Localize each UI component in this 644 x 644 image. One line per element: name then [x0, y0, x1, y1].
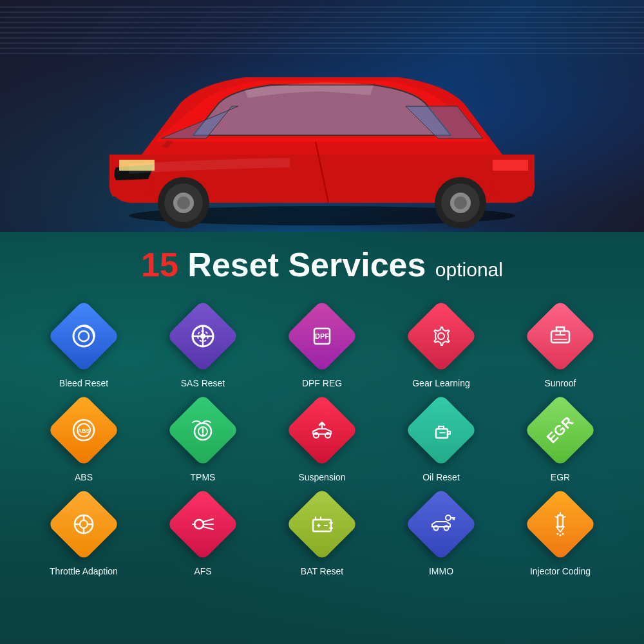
service-item-afs[interactable]: AFS [145, 489, 261, 576]
abs-icon: ABS [64, 411, 103, 450]
service-item-abs[interactable]: ABS ABS [26, 395, 142, 482]
diamond-oil-reset [404, 394, 477, 467]
service-item-dpf-reg[interactable]: DPF DPF REG [264, 301, 380, 388]
svg-point-60 [562, 533, 564, 535]
svg-point-12 [79, 331, 89, 341]
diamond-bleed-reset [47, 300, 120, 373]
service-label-suspension: Suspension [298, 472, 345, 482]
diamond-wrapper-egr: EGR [525, 395, 596, 466]
svg-text:ABS: ABS [77, 428, 90, 434]
page-wrapper: 15 Reset Services optional [0, 0, 644, 644]
brake-icon [64, 317, 103, 355]
title-optional: optional [435, 259, 503, 280]
car-section [0, 0, 644, 232]
diamond-throttle-adaption [47, 488, 120, 561]
diamond-wrapper-bat-reset [287, 489, 357, 560]
service-item-bat-reset[interactable]: BAT Reset [264, 489, 380, 576]
diamond-wrapper-tpms [167, 395, 238, 466]
service-label-abs: ABS [75, 472, 93, 482]
svg-rect-30 [436, 429, 448, 438]
service-label-egr: EGR [551, 472, 570, 482]
diamond-wrapper-injector-coding [525, 489, 596, 560]
title-number: 15 [141, 246, 178, 283]
diamond-wrapper-immo [406, 489, 477, 560]
svg-point-59 [560, 535, 562, 536]
gear-icon [422, 317, 460, 355]
svg-rect-43 [313, 520, 331, 531]
service-label-gear-learning: Gear Learning [412, 378, 470, 388]
service-label-afs: AFS [194, 566, 211, 576]
svg-text:DPF: DPF [315, 332, 329, 340]
egr-text: EGR [544, 413, 577, 447]
service-label-oil-reset: Oil Reset [422, 472, 460, 482]
diamond-sunroof [524, 300, 596, 373]
svg-rect-57 [558, 515, 563, 527]
immo-icon [422, 505, 460, 544]
diamond-dpf-reg: DPF [285, 300, 358, 373]
service-item-sas-reset[interactable]: SAS Reset [145, 301, 261, 388]
service-item-injector-coding[interactable]: Injector Coding [502, 489, 618, 576]
diamond-abs: ABS [47, 394, 120, 467]
battery-icon [303, 505, 341, 544]
svg-point-58 [557, 533, 559, 535]
diamond-wrapper-suspension [287, 395, 357, 466]
svg-point-53 [446, 515, 451, 520]
diamond-wrapper-abs: ABS [48, 395, 119, 466]
service-label-tpms: TPMS [191, 472, 216, 482]
service-item-suspension[interactable]: Suspension [264, 395, 380, 482]
svg-point-10 [454, 196, 467, 209]
service-item-egr[interactable]: EGR EGR [502, 395, 618, 482]
service-label-dpf-reg: DPF REG [302, 378, 342, 388]
service-label-throttle-adaption: Throttle Adaption [50, 566, 118, 576]
diamond-suspension [285, 394, 358, 467]
diamond-wrapper-afs [167, 489, 238, 560]
svg-point-6 [177, 196, 190, 209]
throttle-icon [64, 505, 103, 544]
service-item-sunroof[interactable]: Sunroof [502, 301, 618, 388]
service-label-sunroof: Sunroof [544, 378, 576, 388]
egr-icon: EGR [541, 411, 580, 450]
service-item-immo[interactable]: IMMO [383, 489, 499, 576]
service-item-tpms[interactable]: TPMS [145, 395, 261, 482]
diamond-wrapper-bleed-reset [48, 301, 119, 372]
diamond-injector-coding [524, 488, 596, 561]
diamond-sas-reset [166, 300, 239, 373]
diamond-bat-reset [285, 488, 358, 561]
service-label-bleed-reset: Bleed Reset [59, 378, 108, 388]
service-label-sas-reset: SAS Reset [181, 378, 225, 388]
svg-point-38 [194, 520, 204, 529]
injector-icon [541, 505, 580, 544]
svg-point-18 [438, 333, 444, 339]
steering-icon [184, 317, 222, 355]
dpf-icon: DPF [303, 317, 341, 355]
service-item-throttle-adaption[interactable]: Throttle Adaption [26, 489, 142, 576]
tpms-icon [184, 411, 222, 450]
suspension-icon [303, 411, 341, 450]
service-item-bleed-reset[interactable]: Bleed Reset [26, 301, 142, 388]
diamond-gear-learning [404, 300, 477, 373]
title-row: 15 Reset Services optional [19, 245, 625, 285]
service-item-gear-learning[interactable]: Gear Learning [383, 301, 499, 388]
diamond-wrapper-oil-reset [406, 395, 477, 466]
svg-point-33 [80, 520, 88, 528]
diamond-wrapper-sas-reset [167, 301, 238, 372]
services-grid: Bleed Reset [19, 301, 625, 576]
title-main: Reset Services [187, 246, 426, 283]
car-image [0, 0, 644, 232]
diamond-wrapper-dpf-reg: DPF [287, 301, 357, 372]
service-item-oil-reset[interactable]: Oil Reset [383, 395, 499, 482]
service-label-injector-coding: Injector Coding [530, 566, 591, 576]
services-section: 15 Reset Services optional [0, 232, 644, 644]
service-label-immo: IMMO [429, 566, 453, 576]
oil-icon [422, 411, 460, 450]
diamond-wrapper-gear-learning [406, 301, 477, 372]
diamond-immo [404, 488, 477, 561]
diamond-afs [166, 488, 239, 561]
service-label-bat-reset: BAT Reset [301, 566, 343, 576]
sunroof-icon [541, 317, 580, 355]
svg-line-39 [204, 519, 213, 522]
afs-icon [184, 505, 222, 544]
diamond-egr: EGR [524, 394, 596, 467]
diamond-wrapper-throttle-adaption [48, 489, 119, 560]
diamond-tpms [166, 394, 239, 467]
